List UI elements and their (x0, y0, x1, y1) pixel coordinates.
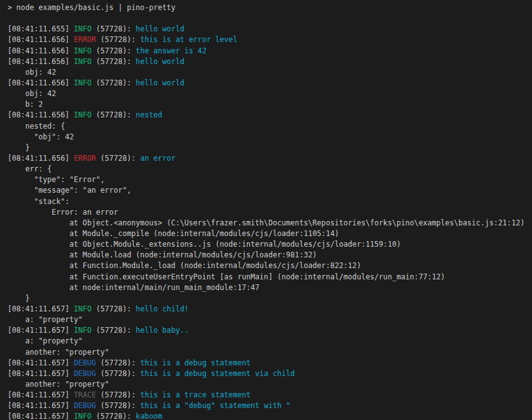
log-message: this is a debug statement via child (140, 369, 295, 378)
log-text: (57728): (92, 46, 136, 55)
log-line: [08:41:11.657] DEBUG (57728): this is a … (8, 369, 532, 379)
log-message: hello world (136, 24, 184, 33)
log-line: [08:41:11.657] DEBUG (57728): this is a … (8, 358, 532, 369)
log-text: [08:41:11.657] (8, 412, 74, 420)
log-message: an error (140, 154, 175, 163)
log-text: at Module.load (node:internal/modules/cj… (8, 250, 317, 259)
log-text: obj: 42 (8, 68, 56, 77)
log-message: this is a debug statement (140, 358, 251, 367)
log-text: (57728): (96, 369, 140, 378)
log-text: (57728): (92, 24, 136, 33)
log-message: hello world (136, 78, 184, 87)
log-text: [08:41:11.657] (8, 358, 74, 367)
log-text: (57728): (96, 401, 140, 410)
log-level-badge: INFO (74, 412, 92, 420)
log-detail-line: "message": "an error", (8, 185, 532, 196)
log-text: (57728): (92, 57, 136, 66)
log-detail-line: a: "property" (8, 336, 532, 347)
log-text: another: "property" (8, 380, 109, 389)
log-level-badge: DEBUG (74, 369, 96, 378)
log-text: at Object.Module._extensions..js (node:i… (8, 240, 401, 249)
log-text: Error: an error (8, 208, 118, 217)
log-level-badge: INFO (74, 24, 92, 33)
log-message: nested (136, 110, 162, 119)
log-text: obj: 42 (8, 89, 56, 98)
log-text: [08:41:11.657] (8, 369, 74, 378)
log-message: hello baby.. (136, 326, 188, 335)
log-level-badge: ERROR (74, 154, 96, 163)
log-line: [08:41:11.657] DEBUG (57728): this is a … (8, 401, 532, 411)
log-detail-line: another: "property" (8, 379, 532, 390)
log-text: at node:internal/main/run_main_module:17… (8, 283, 259, 292)
stack-trace-line: at Module.load (node:internal/modules/cj… (8, 250, 532, 261)
log-line: [08:41:11.657] TRACE (57728): this is a … (8, 390, 532, 401)
stack-trace-line: at Function.Module._load (node:internal/… (8, 261, 532, 271)
log-text: (57728): (96, 358, 140, 367)
log-detail-line: b: 2 (8, 99, 532, 110)
log-text: (57728): (92, 412, 136, 420)
log-level-badge: INFO (74, 326, 92, 335)
log-detail-line: "obj": 42 (8, 132, 532, 143)
log-level-badge: DEBUG (74, 401, 96, 410)
log-text: "obj": 42 (8, 132, 74, 141)
log-text: (57728): (96, 35, 140, 44)
log-line: [08:41:11.656] INFO (57728): hello world (8, 57, 532, 67)
log-message: this is a "debug" statement with " (140, 401, 290, 410)
log-detail-line: obj: 42 (8, 89, 532, 99)
log-text: another: "property" (8, 348, 109, 357)
log-level-badge: ERROR (74, 35, 96, 44)
log-text: [08:41:11.657] (8, 390, 74, 399)
log-text: at Object.<anonymous> (C:\Users\frazer.s… (8, 218, 524, 227)
log-message: this is a trace statement (140, 390, 251, 399)
log-text: } (8, 143, 30, 152)
stack-trace-line: Error: an error (8, 207, 532, 218)
log-line: [08:41:11.656] INFO (57728): the answer … (8, 46, 532, 57)
log-text: [08:41:11.656] (8, 154, 74, 163)
stack-trace-line: at Object.Module._extensions..js (node:i… (8, 239, 532, 250)
log-message: kaboom (136, 412, 162, 420)
log-line: [08:41:11.656] ERROR (57728): an error (8, 153, 532, 164)
log-text: "type": "Error", (8, 175, 105, 184)
log-text: [08:41:11.656] (8, 78, 74, 87)
log-line: [08:41:11.657] INFO (57728): hello baby.… (8, 325, 532, 336)
log-line: [08:41:11.656] ERROR (57728): this is at… (8, 35, 532, 45)
log-text: [08:41:11.655] (8, 24, 74, 33)
log-level-badge: DEBUG (74, 358, 96, 367)
blank-line (8, 13, 532, 24)
log-message: this is at error level (140, 35, 237, 44)
log-text: [08:41:11.657] (8, 326, 74, 335)
log-text: a: "property" (8, 315, 83, 324)
log-detail-line: } (8, 143, 532, 153)
log-detail-line: a: "property" (8, 315, 532, 325)
log-text: at Module._compile (node:internal/module… (8, 229, 339, 238)
log-detail-line: } (8, 293, 532, 304)
log-line: [08:41:11.657] INFO (57728): kaboom (8, 411, 532, 420)
log-text: at Function.Module._load (node:internal/… (8, 261, 361, 270)
log-text: [08:41:11.656] (8, 35, 74, 44)
command-line: > node examples/basic.js | pino-pretty (8, 3, 532, 13)
log-level-badge: INFO (74, 110, 92, 119)
log-text: [08:41:11.657] (8, 304, 74, 313)
terminal-output[interactable]: > node examples/basic.js | pino-pretty[0… (0, 0, 532, 420)
log-message: hello world (136, 57, 184, 66)
log-level-badge: TRACE (74, 390, 96, 399)
log-detail-line: "type": "Error", (8, 175, 532, 185)
log-level-badge: INFO (74, 46, 92, 55)
log-text: > node examples/basic.js | pino-pretty (8, 3, 175, 12)
log-detail-line: "stack": (8, 197, 532, 207)
log-text: b: 2 (8, 100, 43, 109)
log-detail-line: obj: 42 (8, 67, 532, 78)
log-message: hello child! (136, 304, 188, 313)
log-detail-line: err: { (8, 164, 532, 175)
log-text: nested: { (8, 122, 65, 131)
stack-trace-line: at node:internal/main/run_main_module:17… (8, 283, 532, 293)
log-line: [08:41:11.655] INFO (57728): hello world (8, 24, 532, 35)
log-text: at Function.executeUserEntryPoint [as ru… (8, 272, 445, 281)
log-detail-line: nested: { (8, 121, 532, 132)
log-text: a: "property" (8, 337, 83, 345)
log-text: err: { (8, 164, 52, 173)
log-text: } (8, 294, 30, 303)
log-detail-line: another: "property" (8, 347, 532, 358)
log-text: [08:41:11.656] (8, 46, 74, 55)
log-level-badge: INFO (74, 304, 92, 313)
